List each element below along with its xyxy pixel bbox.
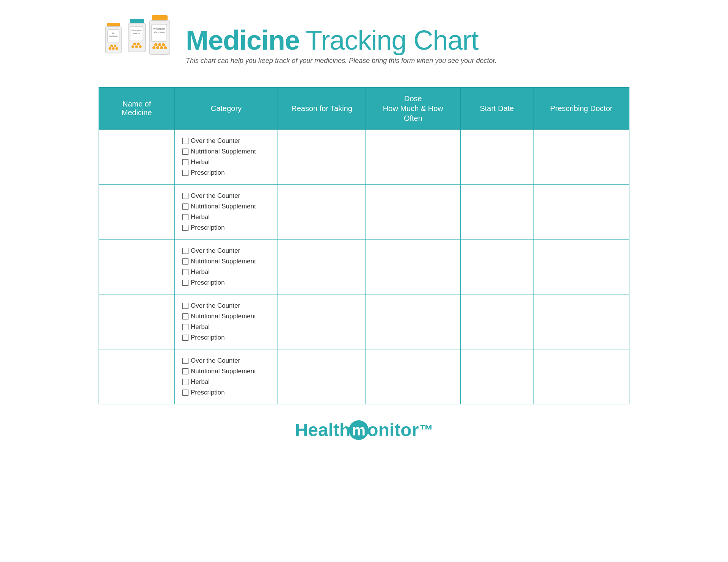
reason-cell[interactable] — [278, 240, 366, 294]
svg-point-31 — [162, 43, 165, 46]
checkbox-item[interactable]: Prescription — [182, 224, 270, 232]
dose-cell[interactable] — [366, 130, 460, 185]
page-header: My Medication Prescription Medicine — [99, 15, 629, 76]
category-cell: Over the CounterNutritional SupplementHe… — [175, 240, 278, 294]
checkbox-over-the-counter[interactable] — [182, 248, 188, 254]
checkbox-nutritional-supplement[interactable] — [182, 368, 188, 374]
checkbox-item[interactable]: Herbal — [182, 268, 270, 276]
checkbox-label: Over the Counter — [191, 137, 240, 145]
checkbox-over-the-counter[interactable] — [182, 358, 188, 364]
prescribing-doctor-cell[interactable] — [533, 349, 629, 404]
checkbox-prescription[interactable] — [182, 280, 188, 286]
checkbox-item[interactable]: Prescription — [182, 334, 270, 341]
svg-point-28 — [164, 46, 167, 49]
start-date-cell[interactable] — [460, 185, 533, 240]
checkbox-item[interactable]: Nutritional Supplement — [182, 368, 270, 375]
checkbox-label: Prescription — [191, 224, 225, 232]
start-date-cell[interactable] — [460, 294, 533, 349]
checkbox-item[interactable]: Prescription — [182, 279, 270, 286]
checkbox-item[interactable]: Herbal — [182, 323, 270, 331]
medicine-name-cell[interactable] — [99, 185, 175, 240]
svg-point-27 — [160, 46, 163, 49]
checkbox-item[interactable]: Nutritional Supplement — [182, 203, 270, 210]
checkbox-item[interactable]: Over the Counter — [182, 357, 270, 365]
checkbox-prescription[interactable] — [182, 390, 188, 396]
svg-rect-20 — [152, 15, 168, 20]
checkbox-herbal[interactable] — [182, 379, 188, 385]
svg-point-15 — [132, 45, 134, 48]
checkbox-nutritional-supplement[interactable] — [182, 313, 188, 319]
checkbox-label: Herbal — [191, 158, 210, 166]
dose-cell[interactable] — [366, 185, 460, 240]
medicine-tracking-table: Name of Medicine Category Reason for Tak… — [99, 87, 629, 404]
checkbox-item[interactable]: Over the Counter — [182, 247, 270, 255]
medicine-name-cell[interactable] — [99, 240, 175, 294]
checkbox-nutritional-supplement[interactable] — [182, 149, 188, 155]
checkbox-herbal[interactable] — [182, 269, 188, 275]
table-row: Over the CounterNutritional SupplementHe… — [99, 130, 629, 185]
main-title: Medicine Tracking Chart — [186, 27, 629, 54]
table-row: Over the CounterNutritional SupplementHe… — [99, 349, 629, 404]
prescribing-doctor-cell[interactable] — [533, 185, 629, 240]
checkbox-herbal[interactable] — [182, 214, 188, 220]
checkbox-item[interactable]: Prescription — [182, 169, 270, 177]
checkbox-item[interactable]: Herbal — [182, 378, 270, 386]
svg-text:Prescription: Prescription — [153, 28, 165, 30]
start-date-cell[interactable] — [460, 349, 533, 404]
checkbox-label: Prescription — [191, 279, 225, 286]
checkbox-over-the-counter[interactable] — [182, 303, 188, 309]
category-cell: Over the CounterNutritional SupplementHe… — [175, 185, 278, 240]
checkbox-label: Over the Counter — [191, 247, 240, 255]
svg-point-7 — [116, 47, 118, 50]
checkbox-item[interactable]: Herbal — [182, 158, 270, 166]
checkbox-herbal[interactable] — [182, 159, 188, 165]
checkbox-nutritional-supplement[interactable] — [182, 258, 188, 265]
checkbox-label: Nutritional Supplement — [191, 203, 256, 210]
col-header-category: Category — [175, 88, 278, 130]
col-header-name: Name of Medicine — [99, 88, 175, 130]
footer: Health m onitor ™ — [295, 420, 433, 440]
table-row: Over the CounterNutritional SupplementHe… — [99, 240, 629, 294]
logo-o-letter: m — [352, 423, 366, 438]
reason-cell[interactable] — [278, 294, 366, 349]
dose-cell[interactable] — [366, 240, 460, 294]
healthmonitor-logo: Health m onitor ™ — [295, 420, 433, 440]
checkbox-label: Nutritional Supplement — [191, 313, 256, 320]
checkbox-prescription[interactable] — [182, 335, 188, 341]
checkbox-prescription[interactable] — [182, 225, 188, 231]
svg-text:Medication: Medication — [109, 35, 118, 37]
checkbox-over-the-counter[interactable] — [182, 193, 188, 199]
checkbox-item[interactable]: Herbal — [182, 213, 270, 221]
checkbox-label: Prescription — [191, 169, 225, 177]
start-date-cell[interactable] — [460, 240, 533, 294]
dose-cell[interactable] — [366, 294, 460, 349]
medicine-name-cell[interactable] — [99, 294, 175, 349]
dose-cell[interactable] — [366, 349, 460, 404]
table-row: Over the CounterNutritional SupplementHe… — [99, 185, 629, 240]
svg-point-17 — [139, 45, 142, 48]
checkbox-item[interactable]: Nutritional Supplement — [182, 313, 270, 320]
checkbox-item[interactable]: Prescription — [182, 389, 270, 396]
medicine-name-cell[interactable] — [99, 130, 175, 185]
checkbox-over-the-counter[interactable] — [182, 138, 188, 144]
prescribing-doctor-cell[interactable] — [533, 294, 629, 349]
checkbox-item[interactable]: Over the Counter — [182, 302, 270, 310]
reason-cell[interactable] — [278, 185, 366, 240]
start-date-cell[interactable] — [460, 130, 533, 185]
prescribing-doctor-cell[interactable] — [533, 240, 629, 294]
checkbox-nutritional-supplement[interactable] — [182, 204, 188, 210]
checkbox-item[interactable]: Over the Counter — [182, 192, 270, 200]
checkbox-item[interactable]: Over the Counter — [182, 137, 270, 145]
checkbox-item[interactable]: Nutritional Supplement — [182, 258, 270, 265]
checkbox-label: Over the Counter — [191, 357, 240, 365]
checkbox-herbal[interactable] — [182, 324, 188, 330]
prescribing-doctor-cell[interactable] — [533, 130, 629, 185]
reason-cell[interactable] — [278, 349, 366, 404]
medicine-name-cell[interactable] — [99, 349, 175, 404]
checkbox-item[interactable]: Nutritional Supplement — [182, 148, 270, 155]
checkbox-prescription[interactable] — [182, 170, 188, 176]
title-tracking-chart: Tracking Chart — [306, 27, 478, 54]
reason-cell[interactable] — [278, 130, 366, 185]
svg-point-19 — [137, 43, 140, 45]
category-cell: Over the CounterNutritional SupplementHe… — [175, 349, 278, 404]
